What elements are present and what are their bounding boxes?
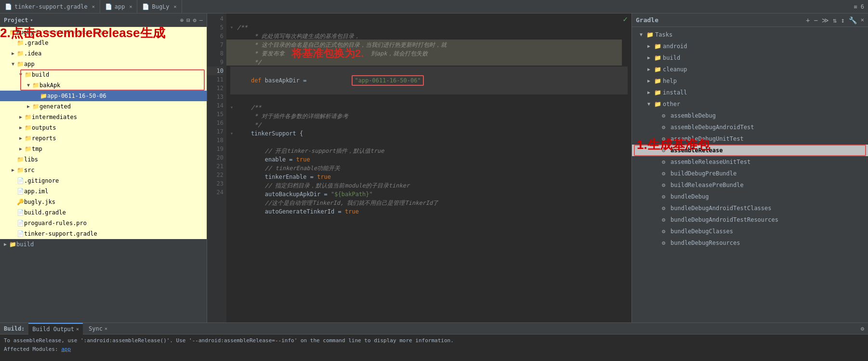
g-label-bundleDebugAndroidTestResources: bundleDebugAndroidTestResources <box>671 214 778 225</box>
tree-item-libs[interactable]: 📁 libs <box>0 154 207 165</box>
gradle-item-build-task[interactable]: ▶ 📁 build <box>632 52 868 64</box>
tree-arrow-build2: ▶ <box>2 240 9 249</box>
tab-bugly[interactable]: 📄 BugLy ✕ <box>137 0 182 13</box>
gradle-item-cleanup[interactable]: ▶ 📁 cleanup <box>632 64 868 75</box>
task-icon-assembleDebug: ⚙ <box>662 110 671 121</box>
code-line-19: // tinkerEnable功能开关 <box>230 164 628 173</box>
gradle-item-assembleReleaseUnitTest[interactable]: ⚙ assembleReleaseUnitTest <box>632 156 868 168</box>
g-label-bundleDebugAndroidTestClasses: bundleDebugAndroidTestClasses <box>671 203 772 214</box>
collapse-icon[interactable]: ⊟ <box>186 17 190 24</box>
task-icon-bundleDebugAndroidTestClasses: ⚙ <box>662 203 671 214</box>
gradle-expand-icon[interactable]: ↕ <box>841 16 844 24</box>
tree-item-build[interactable]: ▼ 📁 build <box>0 69 207 80</box>
folder-icon-libs: 📁 <box>16 155 24 164</box>
g-label-help: help <box>663 76 677 86</box>
gradle-item-assembleDebugAndroidTest[interactable]: ⚙ assembleDebugAndroidTest <box>632 121 868 133</box>
gradle-remove-icon[interactable]: − <box>814 16 817 24</box>
gradle-item-other[interactable]: ▼ 📁 other <box>632 98 868 110</box>
editor-area: ✓ 4 5 6 7 8 9 10 11 12 13 14 15 16 17 18… <box>207 13 632 322</box>
fold-12[interactable]: ▾ <box>230 103 237 112</box>
tree-item-reports[interactable]: ▶ 📁 reports <box>0 133 207 144</box>
tree-label-tinkersupport: tinker-support.gradle <box>24 229 97 239</box>
tree-item-buglyjks[interactable]: 🔑 bugly.jks <box>0 197 207 207</box>
g-label-bundleDebugResources: bundleDebugResources <box>671 238 740 248</box>
code-line-17: // 开启tinker-support插件，默认值true <box>230 147 628 155</box>
g-arrow-other: ▼ <box>647 99 654 109</box>
tab-bugly-close[interactable]: ✕ <box>174 4 177 9</box>
code-line-9: */ <box>230 58 628 67</box>
g-arrow-build-task: ▶ <box>647 53 654 63</box>
tab-sync-close[interactable]: ✕ <box>105 326 107 331</box>
project-dropdown-icon[interactable]: ▾ <box>30 17 33 23</box>
tab-build-output-close[interactable]: ✕ <box>76 326 79 332</box>
code-line-12: ▾ /** <box>230 103 628 112</box>
task-icon-buildReleasePreBundle: ⚙ <box>662 180 671 190</box>
gradle-item-assembleRelease[interactable]: ⚙ assembleRelease <box>632 145 868 156</box>
tree-item-proguard[interactable]: 📄 proguard-rules.pro <box>0 218 207 228</box>
code-line-23: //这个是自动管理TinkerId, 我们就不用自己是管理TinkerId了 <box>230 199 628 207</box>
gradle-item-assembleDebug[interactable]: ⚙ assembleDebug <box>632 110 868 121</box>
task-icon-buildDebugPreBundle: ⚙ <box>662 168 671 179</box>
tab-tinker-support[interactable]: 📄 tinker-support.gradle ✕ <box>0 0 100 13</box>
project-header: Project ▾ ⊕ ⊟ ⚙ — <box>0 13 207 27</box>
tree-item-src[interactable]: ▶ 📁 src <box>0 165 207 175</box>
tree-item-bakApk[interactable]: ▼ 📁 bakApk <box>0 80 207 91</box>
gradle-item-buildReleasePreBundle[interactable]: ⚙ buildReleasePreBundle <box>632 179 868 191</box>
tree-label-bakApk: bakApk <box>39 80 60 90</box>
fold-15[interactable]: ▾ <box>230 129 237 138</box>
gradle-close-icon[interactable]: ✕ <box>861 16 864 24</box>
gradle-item-help[interactable]: ▶ 📁 help <box>632 75 868 87</box>
g-label-assembleDebugUnitTest: assembleDebugUnitTest <box>671 134 744 144</box>
tab-sync[interactable]: Sync ✕ <box>85 323 111 334</box>
tree-item-app[interactable]: ▼ 📁 app <box>0 59 207 69</box>
minimize-icon[interactable]: — <box>199 17 203 24</box>
fold-5[interactable]: ▾ <box>230 23 237 32</box>
tree-item-appiml[interactable]: 📄 app.iml <box>0 186 207 197</box>
tree-item-app-dir[interactable]: 📁 app-0611-16-50-06 <box>0 91 207 101</box>
tree-item-intermediates[interactable]: ▶ 📁 intermediates <box>0 112 207 122</box>
gradle-item-tasks[interactable]: ▼ 📁 Tasks <box>632 29 868 40</box>
gradle-settings-icon[interactable]: 🔧 <box>849 16 857 24</box>
gradle-item-assembleDebugUnitTest[interactable]: ⚙ assembleDebugUnitTest <box>632 133 868 145</box>
tree-item-bugly-root[interactable]: ▶ 📁 BugLy C:\AndroidProject\BugLy <box>0 27 207 38</box>
gradle-add-icon[interactable]: + <box>806 16 810 24</box>
gradle-item-android[interactable]: ▶ 📁 android <box>632 40 868 52</box>
gradle-item-bundleDebug[interactable]: ⚙ bundleDebug <box>632 191 868 202</box>
g-label-assembleDebugAndroidTest: assembleDebugAndroidTest <box>671 122 754 133</box>
tab-build-output[interactable]: Build Output ✕ <box>28 323 83 334</box>
gradle-item-bundleDebugAndroidTestClasses[interactable]: ⚙ bundleDebugAndroidTestClasses <box>632 202 868 214</box>
code-line-22: autoBackupApkDir = "${bakPath}" <box>230 190 628 199</box>
tab-tinker-close[interactable]: ✕ <box>92 4 95 9</box>
tree-item-generated[interactable]: ▶ 📁 generated <box>0 101 207 112</box>
gradle-refresh-icon[interactable]: ≫ <box>822 16 829 24</box>
gradle-item-install[interactable]: ▶ 📁 install <box>632 87 868 98</box>
gradle-item-bundleDebugAndroidTestResources[interactable]: ⚙ bundleDebugAndroidTestResources <box>632 214 868 226</box>
folder-icon-app: 📁 <box>16 59 24 69</box>
gradle-item-buildDebugPreBundle[interactable]: ⚙ buildDebugPreBundle <box>632 168 868 179</box>
gradle-item-bundleDebugResources[interactable]: ⚙ bundleDebugResources <box>632 237 868 249</box>
tree-item-gradle[interactable]: 📁 .gradle <box>0 38 207 48</box>
line-numbers: 4 5 6 7 8 9 10 11 12 13 14 15 16 17 18 1… <box>207 13 226 322</box>
tab-app[interactable]: 📄 app ✕ <box>100 0 138 13</box>
tree-arrow-outputs: ▶ <box>17 123 24 133</box>
folder-icon-idea: 📁 <box>16 49 24 58</box>
tree-item-tinkersupport[interactable]: 📄 tinker-support.gradle <box>0 228 207 239</box>
tree-item-outputs[interactable]: ▶ 📁 outputs <box>0 122 207 133</box>
tree-item-gitignore[interactable]: 📄 .gitignore <box>0 175 207 186</box>
tree-item-buildgradle[interactable]: 📄 build.gradle <box>0 207 207 218</box>
tree-arrow-idea: ▶ <box>10 49 16 58</box>
bottom-content: To assembleRelease, use ':android:assemb… <box>0 334 868 356</box>
tab-app-close[interactable]: ✕ <box>129 4 132 9</box>
settings-icon[interactable]: ⚙ <box>193 17 197 24</box>
tree-label-bugly: BugLy <box>16 27 34 37</box>
tree-label-idea: .idea <box>24 49 41 58</box>
sync-icon[interactable]: ⊕ <box>180 17 184 24</box>
project-panel: Project ▾ ⊕ ⊟ ⚙ — 2.点击assembleRelease生成 <box>0 13 207 322</box>
gradle-item-bundleDebugClasses[interactable]: ⚙ bundleDebugClasses <box>632 226 868 237</box>
tree-item-idea[interactable]: ▶ 📁 .idea <box>0 48 207 59</box>
tree-item-build2[interactable]: ▶ 📁 build <box>0 239 207 250</box>
affected-modules-link[interactable]: app <box>61 346 71 352</box>
bottom-settings-icon[interactable]: ⚙ <box>861 325 864 332</box>
tree-item-tmp[interactable]: ▶ 📁 tmp <box>0 144 207 154</box>
gradle-sort-icon[interactable]: ⇅ <box>833 16 837 24</box>
